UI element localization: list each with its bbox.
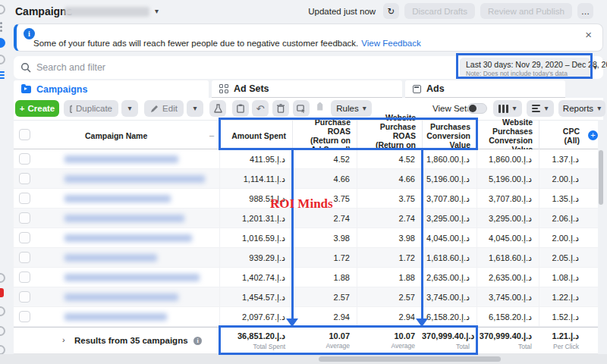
table-row[interactable]: 939.29.د.إ 1.72 1.72 1,618.60.د.إ 1,618.… <box>14 248 598 268</box>
blurred-campaign-name[interactable] <box>64 293 178 301</box>
row-checkbox[interactable] <box>19 291 30 303</box>
nav-campaigns-icon[interactable] <box>0 70 5 80</box>
nav-circle-icon[interactable] <box>0 55 5 64</box>
search-bar[interactable]: Search and filter Last 30 days: Nov 29, … <box>14 56 603 79</box>
horizontal-scrollbar[interactable] <box>319 356 501 362</box>
tag-icon[interactable] <box>314 102 325 113</box>
duplicate-button[interactable]: Duplicate <box>64 100 118 117</box>
duplicate-dropdown-button[interactable]: ▾ <box>121 100 138 117</box>
close-icon[interactable]: × <box>585 28 592 41</box>
table-row[interactable]: 2,097.67.د.إ 2.94 2.94 6,158.20.د.إ 6,15… <box>14 307 598 327</box>
table-row[interactable]: 1,114.11.د.إ 4.66 4.66 5,196.00.د.إ 5,19… <box>14 169 598 189</box>
nav-menu-icon[interactable] <box>0 20 5 30</box>
blurred-campaign-name[interactable] <box>64 195 171 202</box>
table-row[interactable]: 1,016.59.د.إ 3.98 3.98 4,045.00.د.إ 4,04… <box>14 228 598 248</box>
account-chevron-down-icon[interactable]: ▾ <box>155 8 159 15</box>
nav-circle-icon[interactable] <box>0 273 5 283</box>
add-column-icon[interactable]: + <box>588 130 598 140</box>
cpc-cell: 2.06.د.إ <box>539 209 586 228</box>
campaigns-folder-icon <box>21 86 31 93</box>
inspect-button[interactable] <box>293 100 310 117</box>
table-header: Campaign Name – Amount Spent Purchase RO… <box>14 120 598 149</box>
nav-circle-icon[interactable] <box>0 306 5 316</box>
nav-notification-badge[interactable] <box>0 288 4 297</box>
blurred-account-name[interactable] <box>64 7 149 17</box>
blurred-campaign-name[interactable] <box>64 215 184 222</box>
website-purchases-cv-cell: 4,045.00.د.إ <box>476 228 539 248</box>
select-all-checkbox[interactable] <box>19 129 30 140</box>
undo-icon: ↶ <box>256 103 265 115</box>
row-checkbox[interactable] <box>19 212 30 224</box>
cpc-cell: 2.05.د.إ <box>539 248 586 268</box>
reports-button[interactable]: Reports ▾ <box>558 100 605 117</box>
ads-manager-screen: Campaigns ▾ Updated just now ↻ Discard D… <box>0 0 607 364</box>
blurred-campaign-name[interactable] <box>64 274 200 281</box>
row-checkbox[interactable] <box>19 232 30 243</box>
row-checkbox[interactable] <box>19 153 30 165</box>
more-options-button[interactable]: … <box>577 3 593 19</box>
total-spent-cell: 36,851.20.د.إTotal Spent <box>219 328 292 355</box>
blurred-campaign-name[interactable] <box>64 313 167 321</box>
tab-ad-sets[interactable]: Ad Sets <box>212 80 402 98</box>
purchases-cv-cell: 6,158.20.د.إ <box>422 307 476 327</box>
ad-sets-grid-icon <box>219 84 228 93</box>
delete-button[interactable] <box>272 100 289 117</box>
table-row[interactable]: 411.95.د.إ 4.52 4.52 1,860.00.د.إ 1,860.… <box>14 149 598 169</box>
column-header-purchases-conversion-value[interactable]: Purchases Conversion Value <box>422 121 476 150</box>
vertical-scrollbar[interactable] <box>599 150 603 205</box>
column-header-campaign-name[interactable]: Campaign Name <box>36 121 219 150</box>
columns-icon <box>498 105 508 113</box>
column-header-website-purchase-roas[interactable]: Website Purchase ROAS (Return on Ad Spen… <box>357 121 422 150</box>
ab-test-button[interactable] <box>209 100 226 117</box>
blurred-campaign-name[interactable] <box>64 254 157 262</box>
clipboard-icon <box>237 104 244 113</box>
blurred-campaign-name[interactable] <box>64 234 192 242</box>
review-publish-button[interactable]: Review and Publish <box>480 3 572 19</box>
search-icon <box>20 62 31 73</box>
sort-dash-icon[interactable]: – <box>209 130 214 140</box>
table-row[interactable]: 1,201.31.د.إ 2.74 2.74 3,295.00.د.إ 3,29… <box>14 209 598 228</box>
purchases-cv-cell: 5,196.00.د.إ <box>422 169 476 189</box>
nav-ads-manager-icon[interactable] <box>0 38 5 48</box>
tab-campaigns[interactable]: Campaigns <box>14 80 209 98</box>
table-row[interactable]: 1,402.74.د.إ 1.88 1.88 2,635.00.د.إ 2,63… <box>14 268 598 287</box>
breakdown-button[interactable]: ▾ <box>527 100 554 117</box>
row-checkbox[interactable] <box>19 173 30 184</box>
date-chevron-down-icon[interactable]: ▾ <box>593 64 597 71</box>
row-checkbox[interactable] <box>19 271 30 283</box>
row-checkbox[interactable] <box>19 311 30 322</box>
edit-button[interactable]: Edit <box>144 100 184 117</box>
view-setup-toggle[interactable] <box>467 103 487 114</box>
banner-message: Some of your future ads will reach fewer… <box>33 39 421 48</box>
column-header-cpc[interactable]: CPC (All) <box>539 121 586 150</box>
purchase-roas-average-cell: 10.07Average <box>292 328 357 355</box>
discard-drafts-button[interactable]: Discard Drafts <box>404 3 475 19</box>
tab-ads[interactable]: Ads <box>405 80 565 98</box>
edit-dropdown-button[interactable]: ▾ <box>187 100 203 117</box>
breakdown-icon <box>532 103 540 114</box>
date-range-selector[interactable]: Last 30 days: Nov 29, 2020 – Dec 28, 202… <box>460 58 590 77</box>
table-row[interactable]: 988.51.د.إ 3.75 3.75 3,707.80.د.إ 3,707.… <box>14 189 598 209</box>
column-header-purchase-roas[interactable]: Purchase ROAS (Return on Ad Spend) <box>292 121 357 150</box>
create-button[interactable]: + Create <box>15 100 59 117</box>
clipboard-button[interactable] <box>232 100 249 117</box>
table-row[interactable]: 1,454.57.د.إ 2.57 2.57 3,745.00.د.إ 3,74… <box>14 287 598 307</box>
cpc-cell: 2.00.د.إ <box>539 228 586 248</box>
row-checkbox[interactable] <box>19 252 30 263</box>
chevron-down-icon: ▾ <box>597 105 601 112</box>
expand-results-chevron-icon[interactable]: › <box>62 335 65 344</box>
refresh-button[interactable]: ↻ <box>383 3 399 19</box>
nav-circle-icon[interactable] <box>0 326 5 336</box>
undo-button[interactable]: ↶ <box>252 100 269 117</box>
website-purchase-roas-cell: 2.94 <box>357 307 422 327</box>
amount-spent-cell: 988.51.د.إ <box>219 189 292 209</box>
results-info-icon[interactable]: i <box>193 337 202 345</box>
nav-home-icon[interactable] <box>0 5 5 14</box>
column-header-amount-spent[interactable]: Amount Spent <box>219 121 292 150</box>
blurred-campaign-name[interactable] <box>64 155 178 163</box>
columns-button[interactable]: ▾ <box>493 100 522 117</box>
column-header-website-purchases-conversion-value[interactable]: Website Purchases Conversion Value <box>476 121 539 150</box>
row-checkbox[interactable] <box>19 193 30 204</box>
blurred-campaign-name[interactable] <box>64 175 205 183</box>
view-feedback-link[interactable]: View Feedback <box>361 39 420 48</box>
